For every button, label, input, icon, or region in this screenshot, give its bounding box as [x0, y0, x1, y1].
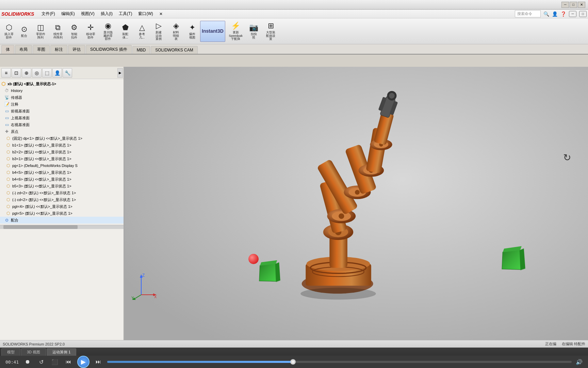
st-expand[interactable]: ▶	[117, 68, 123, 78]
panel-resize-handle[interactable]	[124, 67, 125, 348]
search-commands-input[interactable]: 搜索命令	[515, 10, 541, 17]
anim-progress-knob[interactable]	[290, 359, 296, 365]
menu-minimize[interactable]: ─	[569, 11, 576, 17]
tree-assembly-mates[interactable]: ⊙ 配合	[0, 217, 124, 224]
tb-mate[interactable]: ⊙ 配合	[17, 21, 32, 42]
anim-next-btn[interactable]: ⏭	[94, 357, 103, 367]
tb-reference-geometry[interactable]: △ 参考几...	[134, 21, 150, 42]
tab-sketch[interactable]: 草图	[33, 45, 50, 54]
tree-b4-5[interactable]: ⬡ b4<5> (默认) <<默认>_显示状态 1>	[0, 169, 124, 176]
tb-part-array[interactable]: ◫ 零部件阵列	[32, 21, 49, 42]
tab-annotation[interactable]: 标注	[50, 45, 67, 54]
st-feature-tree[interactable]: ≡	[1, 68, 11, 78]
tb-assembly-features[interactable]: ⬟ 装配体...	[117, 21, 134, 42]
anim-tab-motion[interactable]: 运动算例 1	[47, 348, 76, 356]
right-plane-icon: ▭	[4, 122, 10, 127]
menu-window[interactable]: 窗口(W)	[135, 10, 156, 17]
tb-linear-array[interactable]: ⧉ 线性零件阵列	[49, 21, 66, 42]
tree-container: ⬡ xb (默认) <默认_显示状态-1> ⏱ History 📡 传感器 📝 …	[0, 79, 124, 225]
tree-annotations-label: 注释	[11, 102, 18, 107]
tree-pg1[interactable]: ⬡ pg<1> (Default)_PhotoWorks Display S	[0, 162, 124, 169]
st-dimxpert[interactable]: ◎	[32, 68, 42, 78]
animation-controls: 00:41 ⏺ ↺ ⬛ ⏮ ▶ ⏭ 🔊	[0, 356, 588, 368]
anim-play-btn[interactable]: ▶	[77, 356, 89, 368]
st-appearances[interactable]: 👤	[52, 68, 62, 78]
tb-explode[interactable]: ✦ 爆炸视图	[185, 21, 200, 42]
tree-history[interactable]: ⏱ History	[0, 87, 124, 94]
tb-move-component[interactable]: ✛ 移动零部件	[82, 21, 99, 42]
tb-bom[interactable]: ◈ 材料明细表	[167, 21, 184, 42]
minimize-button[interactable]: ─	[561, 2, 569, 8]
tb-speedpak[interactable]: ⚡ 更新Speedpak子配体	[226, 21, 246, 42]
tab-evaluate[interactable]: 评估	[68, 45, 85, 54]
tree-root[interactable]: ⬡ xb (默认) <默认_显示状态-1>	[0, 80, 124, 87]
tree-b5-3-label: b5<3> (默认) <<默认>_显示状态 1>	[12, 184, 71, 189]
tb-capture[interactable]: 📷 拍快照	[246, 21, 261, 42]
restore-button[interactable]: □	[570, 2, 577, 8]
tree-zd2-label: (-) zd<2> (默认) <<默认>_显示状态 1>	[12, 190, 76, 196]
anim-tab-model[interactable]: 模型	[1, 348, 20, 356]
st-config-manager[interactable]: ⊕	[22, 68, 31, 78]
anim-record-btn[interactable]: ⏺	[23, 357, 32, 367]
tab-mbd[interactable]: MBD	[132, 46, 150, 54]
svg-point-17	[355, 190, 360, 195]
tab-layout[interactable]: 布局	[15, 45, 32, 54]
st-custom-properties[interactable]: 🔧	[63, 68, 72, 78]
history-icon: ⏱	[4, 88, 10, 93]
menu-file[interactable]: 文件(F)	[39, 10, 58, 17]
tree-cd2[interactable]: ⬡ (-) cd<2> (默认) <<默认>_显示状态 1>	[0, 196, 124, 203]
large-assembly-icon: ⊞	[268, 21, 274, 30]
tree-front-plane[interactable]: ▭ 前视基准面	[0, 108, 124, 114]
anim-reset-btn[interactable]: ↺	[36, 357, 46, 367]
tb-show-hide[interactable]: ◉ 显示隐藏的零部件	[99, 21, 116, 42]
tree-b4-5-label: b4<5> (默认) <<默认>_显示状态 1>	[12, 170, 71, 175]
menu-close[interactable]: ✕	[157, 11, 165, 17]
tb-new-motion[interactable]: ▷ 新建运动算例	[150, 21, 167, 42]
search-icon: 🔍	[543, 11, 549, 17]
menu-view[interactable]: 视图(V)	[78, 10, 97, 17]
tab-sw-cam[interactable]: SOLIDWORKS CAM	[151, 46, 197, 54]
reference-geometry-icon: △	[139, 23, 145, 32]
tree-top-plane[interactable]: ▭ 上视基准面	[0, 114, 124, 121]
anim-prev-btn[interactable]: ⏮	[64, 357, 73, 367]
tb-insert-part[interactable]: ⬡ 插入零部件	[1, 21, 16, 42]
anim-progress-fill	[107, 361, 293, 363]
tree-sensors[interactable]: 📡 传感器	[0, 94, 124, 101]
st-display-manager[interactable]: ⬚	[42, 68, 52, 78]
tree-b3-1[interactable]: ⬡ b3<1> (默认) <<默认>_显示状态 1>	[0, 155, 124, 162]
tree-pgt5[interactable]: ⬡ pgt<5> (默认) <<默认>_显示状态 1>	[0, 210, 124, 217]
tree-hscrollbar[interactable]	[0, 225, 124, 229]
tree-b2-2[interactable]: ⬡ b2<2> (默认) <<默认>_显示状态 1>	[0, 149, 124, 155]
tab-sw-plugins[interactable]: SOLIDWORKS 插件	[86, 45, 132, 54]
menu-tools[interactable]: 工具(T)	[116, 10, 135, 17]
anim-tab-3d[interactable]: 3D 视图	[21, 348, 46, 356]
tree-b4-6[interactable]: ⬡ b4<6> (默认) <<默认>_显示状态 1>	[0, 176, 124, 183]
tb-instant3d[interactable]: Instant3D	[200, 21, 225, 42]
hscroll-thumb[interactable]	[3, 225, 78, 229]
tree-b1-1[interactable]: ⬡ b1<1> (默认) <<默认>_显示状态 1>	[0, 142, 124, 149]
tb-smart-fastener[interactable]: ⚙ 智能扣件	[67, 21, 82, 42]
menu-edit[interactable]: 编辑(E)	[59, 10, 78, 17]
tree-dp1[interactable]: ⬡ (固定) dp<1> (默认) <<默认>_显示状态 1>	[0, 135, 124, 142]
anim-progress-bar[interactable]	[107, 361, 572, 363]
tree-front-plane-label: 前视基准面	[11, 109, 30, 114]
anim-volume-btn[interactable]: 🔊	[576, 359, 583, 365]
tree-pg1-label: pg<1> (Default)_PhotoWorks Display S	[12, 164, 78, 168]
tree-zd2[interactable]: ⬡ (-) zd<2> (默认) <<默认>_显示状态 1>	[0, 189, 124, 196]
pg1-icon: ⬡	[5, 163, 11, 168]
tree-dp1-label: (固定) dp<1> (默认) <<默认>_显示状态 1>	[12, 136, 82, 141]
tree-annotations[interactable]: 📝 注释	[0, 101, 124, 108]
menu-maximize[interactable]: □	[579, 11, 587, 17]
tree-b5-3[interactable]: ⬡ b5<3> (默认) <<默认>_显示状态 1>	[0, 183, 124, 189]
anim-stop-btn[interactable]: ⬛	[50, 357, 60, 367]
tree-pgt4[interactable]: ⬡ pgt<4> (默认) <<默认>_显示状态 1>	[0, 203, 124, 210]
st-property-manager[interactable]: ⊡	[12, 68, 21, 78]
top-plane-icon: ▭	[4, 115, 10, 121]
menu-insert[interactable]: 插入(I)	[98, 10, 115, 17]
tab-body[interactable]: 体	[1, 45, 14, 54]
close-button[interactable]: ✕	[578, 2, 585, 8]
tb-large-assembly[interactable]: ⊞ 大型装配体设置	[262, 21, 280, 42]
tree-origin[interactable]: ✚ 原点	[0, 128, 124, 135]
viewport[interactable]: Z Y X ↻	[124, 67, 588, 348]
tree-right-plane[interactable]: ▭ 右视基准面	[0, 121, 124, 128]
